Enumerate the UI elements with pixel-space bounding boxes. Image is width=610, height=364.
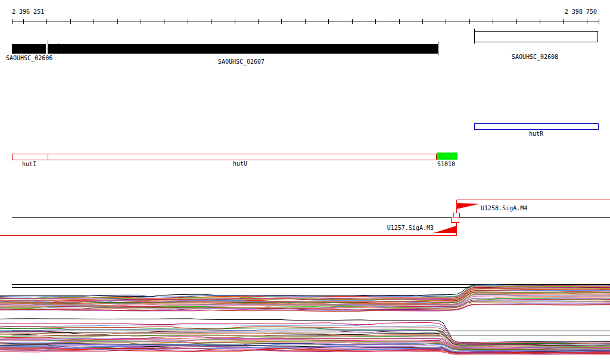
expression-track-forward — [0, 285, 610, 312]
hutI-label: hutI — [22, 161, 36, 167]
ruler-start-label: 2 396 251 — [12, 8, 44, 15]
gene-saouhsc-02608-box[interactable] — [475, 29, 598, 43]
tss-track: U1258.SigA.M4 U1257.SigA.M3 — [0, 200, 610, 236]
tss-u1258-label: U1258.SigA.M4 — [481, 205, 527, 211]
tss-u1257-label: U1257.SigA.M3 — [387, 225, 434, 231]
ruler-end-label: 2 398 750 — [565, 8, 597, 15]
coordinate-ruler: 2 396 251 2 398 750 — [12, 8, 599, 24]
gene-track: SAOUHSC_02606 SAOUHSC_02607 SAOUHSC_0260… — [6, 29, 598, 66]
hutU-box[interactable] — [13, 154, 437, 160]
hutR-box[interactable] — [475, 124, 599, 130]
tss-u1258-flag-icon — [456, 203, 480, 209]
s1010-box[interactable] — [437, 153, 458, 160]
hut-operon-track: hutI hutU S1010 — [13, 153, 458, 167]
tss-marker-square-upper[interactable] — [453, 213, 459, 217]
gene-label-saouhsc-02607: SAOUHSC_02607 — [218, 58, 264, 66]
tss-u1258-feature[interactable] — [456, 200, 610, 213]
genome-browser-view: 2 396 251 2 398 750 SAOUHSC_02606 SAOUHS… — [0, 0, 610, 364]
s1010-label: S1010 — [437, 161, 455, 167]
genome-browser-canvas: 2 396 251 2 398 750 SAOUHSC_02606 SAOUHS… — [0, 0, 610, 364]
gene-label-saouhsc-02606: SAOUHSC_02606 — [6, 55, 52, 62]
hutR-label: hutR — [529, 130, 544, 137]
forward-trace-bundle — [0, 285, 610, 312]
hutU-label: hutU — [233, 160, 247, 167]
hutR-track: hutR — [475, 124, 599, 138]
gene-saouhsc-02606-02607-bar[interactable] — [12, 44, 438, 54]
expression-track-reverse — [0, 319, 610, 354]
tss-marker-square-lower[interactable] — [452, 217, 459, 223]
tss-u1257-flag-icon — [434, 226, 456, 233]
reverse-trace-bundle — [0, 319, 610, 354]
gene-label-saouhsc-02608: SAOUHSC_02608 — [512, 54, 558, 61]
gene-open-box[interactable] — [475, 32, 598, 42]
